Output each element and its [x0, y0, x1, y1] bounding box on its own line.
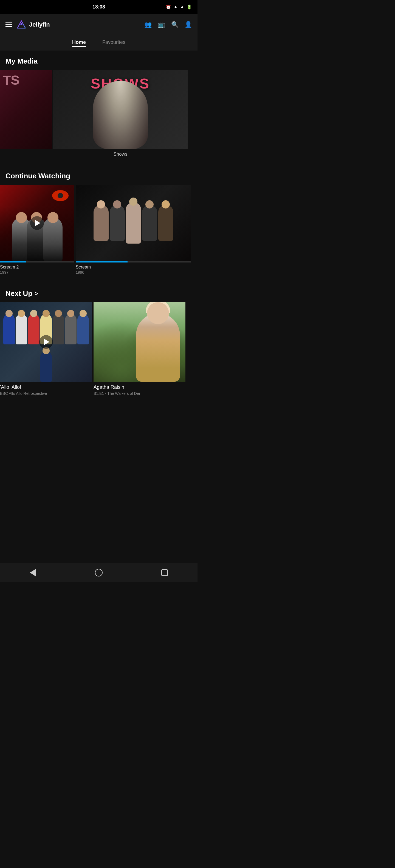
- shows-card-image: SHOWS: [53, 70, 188, 149]
- signal-icon: ▲: [180, 4, 184, 9]
- media-item-shows[interactable]: SHOWS Shows: [53, 70, 188, 159]
- svg-point-1: [20, 23, 22, 25]
- agatha-head: [147, 302, 169, 324]
- person-3: [126, 203, 141, 244]
- allo-person-2: [16, 314, 27, 344]
- my-media-title: My Media: [0, 51, 198, 70]
- bottom-navigation: [0, 563, 198, 582]
- allo-person-7: [77, 314, 89, 344]
- allo-card-image: [0, 302, 92, 382]
- watch-card-scream[interactable]: Scream 1996: [76, 185, 191, 275]
- cast-icon[interactable]: 📺: [158, 21, 165, 28]
- back-button[interactable]: [26, 566, 40, 580]
- allo-person-1: [3, 314, 15, 344]
- agatha-card-image: [93, 302, 186, 382]
- next-up-title-text: Next Up: [5, 289, 32, 298]
- my-media-grid: SHOWS Shows: [0, 70, 198, 162]
- scream2-title: Scream 2: [0, 262, 74, 270]
- agatha-subtitle: S1:E1 - The Walkers of Der: [93, 391, 186, 396]
- profile-icon[interactable]: 👤: [185, 21, 192, 28]
- next-up-card-allo[interactable]: 'Allo 'Allo! BBC Allo Allo Retrospective: [0, 302, 92, 396]
- allo-title: 'Allo 'Allo!: [0, 382, 92, 391]
- person-1: [93, 205, 109, 241]
- next-up-card-agatha[interactable]: Agatha Raisin S1:E1 - The Walkers of Der: [93, 302, 186, 396]
- navbar-right: 👥 📺 🔍 👤: [144, 21, 192, 28]
- media-item-music[interactable]: [0, 70, 52, 159]
- scream-year: 1996: [76, 270, 191, 275]
- agatha-figure: [136, 313, 180, 382]
- tab-home[interactable]: Home: [72, 39, 86, 47]
- person-4: [142, 205, 157, 241]
- logo-container[interactable]: Jellyfin: [17, 20, 50, 30]
- wifi-icon: ▲: [173, 4, 178, 9]
- play-button-scream2[interactable]: [30, 216, 44, 230]
- continue-watching-scroll[interactable]: Scream 2 1997 Scream 1996: [0, 185, 198, 277]
- continue-watching-title: Continue Watching: [0, 165, 198, 185]
- next-up-chevron-icon: >: [34, 290, 38, 297]
- back-icon: [30, 569, 36, 577]
- content-spacer: [0, 398, 198, 563]
- jellyfin-logo-icon: [17, 20, 26, 30]
- person-2: [110, 205, 125, 241]
- logo-text: Jellyfin: [29, 21, 50, 28]
- eye-decoration: [52, 190, 68, 201]
- next-up-title-link[interactable]: Next Up >: [0, 283, 198, 302]
- users-icon[interactable]: 👥: [144, 21, 152, 28]
- scream-group-bg: [76, 185, 191, 261]
- battery-icon: 🔋: [187, 4, 192, 9]
- music-card-image: [0, 70, 52, 149]
- person-5: [158, 205, 173, 241]
- alarm-icon: ⏰: [166, 4, 171, 9]
- home-button[interactable]: [92, 566, 106, 580]
- search-icon[interactable]: 🔍: [171, 21, 178, 28]
- my-media-section: My Media SHOWS Shows: [0, 51, 198, 162]
- status-bar: 18:08 ⏰ ▲ ▲ 🔋: [0, 0, 198, 14]
- scream2-year: 1997: [0, 270, 74, 275]
- allo-subtitle: BBC Allo Allo Retrospective: [0, 391, 92, 396]
- recent-icon: [161, 569, 168, 576]
- scream-image: [76, 185, 191, 261]
- next-up-section: Next Up > 'Allo 'Allo!: [0, 283, 198, 398]
- nun-figure: [93, 81, 148, 149]
- agatha-title: Agatha Raisin: [93, 382, 186, 391]
- scream-title: Scream: [76, 262, 191, 270]
- shows-label: Shows: [53, 149, 188, 159]
- tab-favourites[interactable]: Favourites: [102, 39, 125, 47]
- allo-person-5: [53, 314, 64, 344]
- hamburger-menu-button[interactable]: [5, 23, 12, 27]
- recent-button[interactable]: [158, 566, 171, 580]
- status-time: 18:08: [92, 4, 105, 10]
- home-icon: [95, 569, 103, 577]
- watch-card-scream2[interactable]: Scream 2 1997: [0, 185, 74, 275]
- status-icons: ⏰ ▲ ▲ 🔋: [166, 4, 192, 9]
- continue-watching-section: Continue Watching Scream 2 1997: [0, 165, 198, 277]
- navbar-left: Jellyfin: [5, 20, 50, 30]
- allo-person-8: [40, 351, 52, 382]
- scream2-image: [0, 185, 74, 261]
- next-up-grid[interactable]: 'Allo 'Allo! BBC Allo Allo Retrospective…: [0, 302, 198, 398]
- allo-person-3: [28, 314, 39, 344]
- scream2-figures: [0, 207, 74, 261]
- tabs-bar: Home Favourites: [0, 36, 198, 51]
- navbar: Jellyfin 👥 📺 🔍 👤: [0, 14, 198, 36]
- play-button-allo[interactable]: [39, 335, 53, 349]
- allo-person-6: [65, 314, 77, 344]
